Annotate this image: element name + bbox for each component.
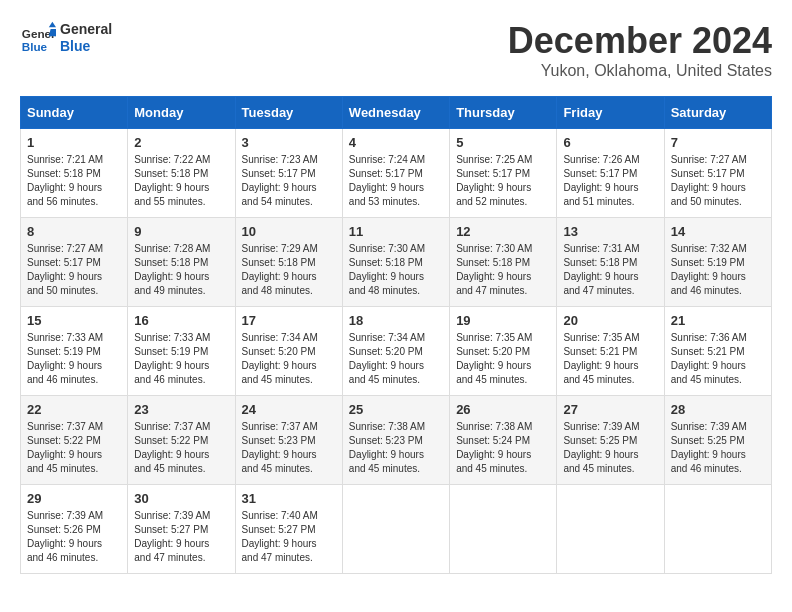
cell-info: Sunrise: 7:21 AM Sunset: 5:18 PM Dayligh…: [27, 153, 121, 209]
calendar-cell: 14 Sunrise: 7:32 AM Sunset: 5:19 PM Dayl…: [664, 218, 771, 307]
day-number: 9: [134, 224, 228, 239]
day-number: 7: [671, 135, 765, 150]
main-title: December 2024: [508, 20, 772, 62]
calendar-cell: 1 Sunrise: 7:21 AM Sunset: 5:18 PM Dayli…: [21, 129, 128, 218]
calendar-cell: 3 Sunrise: 7:23 AM Sunset: 5:17 PM Dayli…: [235, 129, 342, 218]
cell-info: Sunrise: 7:34 AM Sunset: 5:20 PM Dayligh…: [349, 331, 443, 387]
calendar-cell: 9 Sunrise: 7:28 AM Sunset: 5:18 PM Dayli…: [128, 218, 235, 307]
calendar-cell: 5 Sunrise: 7:25 AM Sunset: 5:17 PM Dayli…: [450, 129, 557, 218]
header: General Blue General Blue December 2024 …: [20, 20, 772, 80]
day-number: 31: [242, 491, 336, 506]
calendar-table: SundayMondayTuesdayWednesdayThursdayFrid…: [20, 96, 772, 574]
calendar-cell: 13 Sunrise: 7:31 AM Sunset: 5:18 PM Dayl…: [557, 218, 664, 307]
day-number: 21: [671, 313, 765, 328]
cell-info: Sunrise: 7:38 AM Sunset: 5:23 PM Dayligh…: [349, 420, 443, 476]
cell-info: Sunrise: 7:32 AM Sunset: 5:19 PM Dayligh…: [671, 242, 765, 298]
cell-info: Sunrise: 7:24 AM Sunset: 5:17 PM Dayligh…: [349, 153, 443, 209]
day-number: 8: [27, 224, 121, 239]
calendar-cell: [664, 485, 771, 574]
day-number: 10: [242, 224, 336, 239]
cell-info: Sunrise: 7:23 AM Sunset: 5:17 PM Dayligh…: [242, 153, 336, 209]
calendar-cell: 8 Sunrise: 7:27 AM Sunset: 5:17 PM Dayli…: [21, 218, 128, 307]
day-number: 23: [134, 402, 228, 417]
calendar-header-row: SundayMondayTuesdayWednesdayThursdayFrid…: [21, 97, 772, 129]
calendar-cell: 28 Sunrise: 7:39 AM Sunset: 5:25 PM Dayl…: [664, 396, 771, 485]
calendar-cell: 16 Sunrise: 7:33 AM Sunset: 5:19 PM Dayl…: [128, 307, 235, 396]
calendar-cell: 12 Sunrise: 7:30 AM Sunset: 5:18 PM Dayl…: [450, 218, 557, 307]
calendar-cell: 23 Sunrise: 7:37 AM Sunset: 5:22 PM Dayl…: [128, 396, 235, 485]
calendar-cell: 24 Sunrise: 7:37 AM Sunset: 5:23 PM Dayl…: [235, 396, 342, 485]
day-header-thursday: Thursday: [450, 97, 557, 129]
calendar-week-row: 15 Sunrise: 7:33 AM Sunset: 5:19 PM Dayl…: [21, 307, 772, 396]
day-number: 5: [456, 135, 550, 150]
day-number: 25: [349, 402, 443, 417]
calendar-cell: 18 Sunrise: 7:34 AM Sunset: 5:20 PM Dayl…: [342, 307, 449, 396]
subtitle: Yukon, Oklahoma, United States: [508, 62, 772, 80]
cell-info: Sunrise: 7:39 AM Sunset: 5:27 PM Dayligh…: [134, 509, 228, 565]
cell-info: Sunrise: 7:28 AM Sunset: 5:18 PM Dayligh…: [134, 242, 228, 298]
day-number: 29: [27, 491, 121, 506]
cell-info: Sunrise: 7:39 AM Sunset: 5:26 PM Dayligh…: [27, 509, 121, 565]
day-header-wednesday: Wednesday: [342, 97, 449, 129]
logo-line1: General: [60, 21, 112, 38]
day-number: 2: [134, 135, 228, 150]
svg-marker-2: [49, 22, 56, 27]
calendar-week-row: 1 Sunrise: 7:21 AM Sunset: 5:18 PM Dayli…: [21, 129, 772, 218]
day-number: 13: [563, 224, 657, 239]
calendar-cell: 2 Sunrise: 7:22 AM Sunset: 5:18 PM Dayli…: [128, 129, 235, 218]
calendar-cell: 27 Sunrise: 7:39 AM Sunset: 5:25 PM Dayl…: [557, 396, 664, 485]
day-number: 20: [563, 313, 657, 328]
calendar-cell: 15 Sunrise: 7:33 AM Sunset: 5:19 PM Dayl…: [21, 307, 128, 396]
calendar-cell: [450, 485, 557, 574]
day-number: 6: [563, 135, 657, 150]
calendar-cell: 11 Sunrise: 7:30 AM Sunset: 5:18 PM Dayl…: [342, 218, 449, 307]
day-header-tuesday: Tuesday: [235, 97, 342, 129]
cell-info: Sunrise: 7:26 AM Sunset: 5:17 PM Dayligh…: [563, 153, 657, 209]
calendar-cell: [342, 485, 449, 574]
day-number: 22: [27, 402, 121, 417]
calendar-cell: 17 Sunrise: 7:34 AM Sunset: 5:20 PM Dayl…: [235, 307, 342, 396]
logo-line2: Blue: [60, 38, 112, 55]
calendar-cell: 26 Sunrise: 7:38 AM Sunset: 5:24 PM Dayl…: [450, 396, 557, 485]
calendar-cell: 29 Sunrise: 7:39 AM Sunset: 5:26 PM Dayl…: [21, 485, 128, 574]
cell-info: Sunrise: 7:31 AM Sunset: 5:18 PM Dayligh…: [563, 242, 657, 298]
cell-info: Sunrise: 7:37 AM Sunset: 5:22 PM Dayligh…: [27, 420, 121, 476]
calendar-week-row: 8 Sunrise: 7:27 AM Sunset: 5:17 PM Dayli…: [21, 218, 772, 307]
day-header-monday: Monday: [128, 97, 235, 129]
day-number: 28: [671, 402, 765, 417]
calendar-cell: 7 Sunrise: 7:27 AM Sunset: 5:17 PM Dayli…: [664, 129, 771, 218]
calendar-week-row: 29 Sunrise: 7:39 AM Sunset: 5:26 PM Dayl…: [21, 485, 772, 574]
day-number: 16: [134, 313, 228, 328]
day-number: 15: [27, 313, 121, 328]
calendar-cell: 31 Sunrise: 7:40 AM Sunset: 5:27 PM Dayl…: [235, 485, 342, 574]
calendar-cell: 30 Sunrise: 7:39 AM Sunset: 5:27 PM Dayl…: [128, 485, 235, 574]
day-number: 19: [456, 313, 550, 328]
cell-info: Sunrise: 7:27 AM Sunset: 5:17 PM Dayligh…: [671, 153, 765, 209]
calendar-cell: 19 Sunrise: 7:35 AM Sunset: 5:20 PM Dayl…: [450, 307, 557, 396]
calendar-cell: 21 Sunrise: 7:36 AM Sunset: 5:21 PM Dayl…: [664, 307, 771, 396]
calendar-cell: 4 Sunrise: 7:24 AM Sunset: 5:17 PM Dayli…: [342, 129, 449, 218]
day-number: 4: [349, 135, 443, 150]
cell-info: Sunrise: 7:40 AM Sunset: 5:27 PM Dayligh…: [242, 509, 336, 565]
cell-info: Sunrise: 7:25 AM Sunset: 5:17 PM Dayligh…: [456, 153, 550, 209]
day-number: 17: [242, 313, 336, 328]
day-header-friday: Friday: [557, 97, 664, 129]
day-number: 18: [349, 313, 443, 328]
calendar-cell: 20 Sunrise: 7:35 AM Sunset: 5:21 PM Dayl…: [557, 307, 664, 396]
day-header-saturday: Saturday: [664, 97, 771, 129]
cell-info: Sunrise: 7:39 AM Sunset: 5:25 PM Dayligh…: [563, 420, 657, 476]
cell-info: Sunrise: 7:35 AM Sunset: 5:20 PM Dayligh…: [456, 331, 550, 387]
calendar-cell: 25 Sunrise: 7:38 AM Sunset: 5:23 PM Dayl…: [342, 396, 449, 485]
logo-icon: General Blue: [20, 20, 56, 56]
cell-info: Sunrise: 7:37 AM Sunset: 5:23 PM Dayligh…: [242, 420, 336, 476]
cell-info: Sunrise: 7:30 AM Sunset: 5:18 PM Dayligh…: [456, 242, 550, 298]
day-number: 12: [456, 224, 550, 239]
cell-info: Sunrise: 7:33 AM Sunset: 5:19 PM Dayligh…: [27, 331, 121, 387]
cell-info: Sunrise: 7:27 AM Sunset: 5:17 PM Dayligh…: [27, 242, 121, 298]
cell-info: Sunrise: 7:38 AM Sunset: 5:24 PM Dayligh…: [456, 420, 550, 476]
svg-text:Blue: Blue: [22, 40, 48, 53]
title-section: December 2024 Yukon, Oklahoma, United St…: [508, 20, 772, 80]
cell-info: Sunrise: 7:39 AM Sunset: 5:25 PM Dayligh…: [671, 420, 765, 476]
cell-info: Sunrise: 7:30 AM Sunset: 5:18 PM Dayligh…: [349, 242, 443, 298]
cell-info: Sunrise: 7:35 AM Sunset: 5:21 PM Dayligh…: [563, 331, 657, 387]
